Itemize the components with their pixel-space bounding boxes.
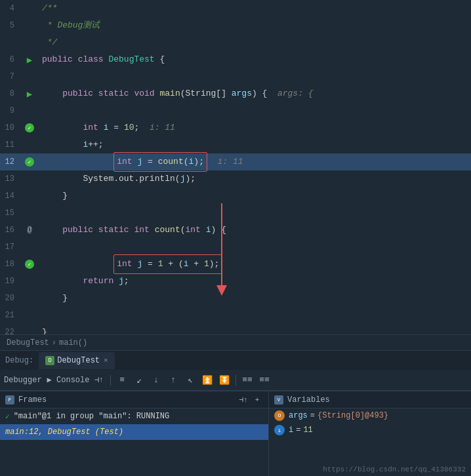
line-content: * Debug测试 — [39, 17, 471, 34]
line-content: return j; — [39, 273, 471, 290]
tab-close-button[interactable]: × — [104, 357, 108, 365]
line-gutter: ▶ — [20, 54, 39, 66]
line-content: */ — [39, 34, 471, 51]
line-content: } — [39, 188, 471, 205]
restore-button[interactable]: + — [251, 394, 263, 406]
line-number: 8 — [0, 89, 20, 98]
line-number: 13 — [0, 174, 20, 184]
code-line-14: 14 } — [0, 188, 471, 205]
step-out-button[interactable]: ↑ — [166, 373, 180, 387]
code-line-6: 6 ▶ public class DebugTest { — [0, 51, 471, 68]
console-tab[interactable]: ▶ Console ⊣↑ — [47, 375, 104, 385]
line-number: 9 — [0, 106, 20, 115]
code-line-22: 22 } — [0, 324, 471, 334]
line-number: 22 — [0, 328, 20, 334]
frames-list: ✓ "main"@1 in group "main": RUNNING main… — [0, 408, 268, 476]
run-to-cursor-button[interactable]: ↖ — [183, 373, 197, 387]
frames-panel-icon: F — [5, 395, 14, 405]
line-content: public static int count(int i) { — [39, 222, 471, 239]
line-number: 11 — [0, 140, 20, 149]
step-into-button[interactable]: ↓ — [149, 373, 163, 387]
frames-panel-header: F Frames ⊣↑ + — [0, 391, 268, 408]
var-equals-i: = — [296, 426, 300, 435]
line-content: /** — [39, 0, 471, 17]
var-equals-args: = — [310, 411, 315, 420]
frame-item-main-running[interactable]: ✓ "main"@1 in group "main": RUNNING — [0, 408, 268, 424]
var-value-args: {String[0]@493} — [317, 411, 388, 420]
line-gutter: ▶ — [20, 89, 39, 100]
pin-button[interactable]: ⊣↑ — [237, 394, 249, 406]
toolbar-separator-2 — [236, 375, 236, 386]
line-number: 20 — [0, 294, 20, 303]
line-number: 19 — [0, 277, 20, 286]
line-number: 10 — [0, 123, 20, 132]
more-button[interactable]: ≡≡ — [257, 373, 272, 387]
line-content: System.out.println(j); — [39, 170, 471, 188]
bottom-panels: F Frames ⊣↑ + ✓ "main"@1 in group "main"… — [0, 391, 471, 476]
line-content: } — [39, 324, 471, 334]
code-line-20: 20 } — [0, 290, 471, 307]
code-line-7: 7 — [0, 68, 471, 85]
frame-check-icon: ✓ — [5, 412, 10, 421]
frame-label-main12: main:12, DebugTest (Test) — [5, 427, 123, 437]
line-content: int i = 10; i: 11 — [39, 119, 471, 136]
breadcrumb-method: main() — [59, 338, 87, 347]
line-gutter: ✓ — [20, 157, 39, 167]
code-line-16: 16 @ public static int count(int i) { — [0, 222, 471, 239]
code-line-8: 8 ▶ public static void main(String[] arg… — [0, 85, 471, 102]
code-line-9: 9 — [0, 102, 471, 119]
breakpoint-check-10: ✓ — [25, 123, 34, 132]
code-line-comment-end: */ — [0, 34, 471, 51]
code-line-15: 15 — [0, 205, 471, 222]
code-line-13: 13 System.out.println(j); — [0, 170, 471, 188]
resume-button[interactable]: ≡ — [115, 373, 129, 387]
line-content: } — [39, 290, 471, 307]
line-number: 12 — [0, 157, 20, 167]
frame-label-running: "main"@1 in group "main": RUNNING — [14, 412, 170, 421]
breadcrumb-bar: DebugTest › main() — [0, 334, 471, 350]
line-gutter: @ — [20, 226, 39, 235]
debugtest-tab[interactable]: D DebugTest × — [39, 352, 114, 369]
debug-label: Debug: — [5, 356, 33, 365]
debugger-label: Debugger — [4, 376, 42, 385]
code-line-12: 12 ✓ int j = count(i); i: 11 — [0, 153, 471, 170]
settings-button[interactable]: ≡≡ — [240, 373, 255, 387]
editor-area: 4 /** 5 * Debug测试 */ 6 ▶ public class De… — [0, 0, 471, 334]
variables-panel: V Variables o args = {String[0]@493} i i… — [269, 391, 471, 476]
line-content: public class DebugTest { — [39, 51, 471, 68]
breadcrumb-file: DebugTest — [7, 338, 49, 347]
code-line-4: 4 /** — [0, 0, 471, 17]
tab-bar: Debug: D DebugTest × — [0, 350, 471, 370]
breakpoint-check-12: ✓ — [25, 157, 34, 167]
var-name-i: i — [289, 426, 293, 435]
at-symbol: @ — [27, 226, 31, 235]
evaluate-button[interactable]: ⏫ — [200, 373, 215, 387]
line-number: 16 — [0, 226, 20, 235]
line-content: public static void main(String[] args) {… — [39, 85, 471, 102]
variable-item-i: i i = 11 — [269, 423, 471, 437]
variables-panel-icon: V — [274, 395, 283, 405]
frames-panel-toolbar: ⊣↑ + — [237, 394, 263, 406]
var-value-i: 11 — [303, 426, 312, 435]
line-gutter: ✓ — [20, 260, 39, 269]
tab-name: DebugTest — [57, 356, 100, 365]
var-icon-i: i — [274, 425, 285, 435]
breadcrumb-separator: › — [52, 338, 56, 347]
step-over-button[interactable]: ↙ — [132, 373, 146, 387]
debug-toolbar: Debugger ▶ Console ⊣↑ ≡ ↙ ↓ ↑ ↖ ⏫ ⏬ ≡≡ ≡… — [0, 370, 471, 391]
code-line-18: 18 ✓ int j = 1 + (i + 1); — [0, 256, 471, 273]
line-number: 18 — [0, 260, 20, 269]
frame-item-main12[interactable]: main:12, DebugTest (Test) — [0, 424, 268, 440]
variable-item-args: o args = {String[0]@493} — [269, 408, 471, 423]
play-icon-2: ▶ — [27, 89, 32, 100]
line-number: 17 — [0, 243, 20, 252]
stop-button[interactable]: ⏬ — [217, 373, 232, 387]
watermark: https://blog.csdn.net/qq_41386332 — [323, 466, 466, 473]
code-line-21: 21 — [0, 307, 471, 324]
play-icon: ▶ — [27, 54, 32, 66]
line-number: 5 — [0, 21, 20, 30]
toolbar-separator-1 — [110, 375, 111, 386]
tab-icon: D — [45, 356, 54, 365]
breakpoint-check-18: ✓ — [25, 260, 34, 269]
line-number: 21 — [0, 311, 20, 320]
